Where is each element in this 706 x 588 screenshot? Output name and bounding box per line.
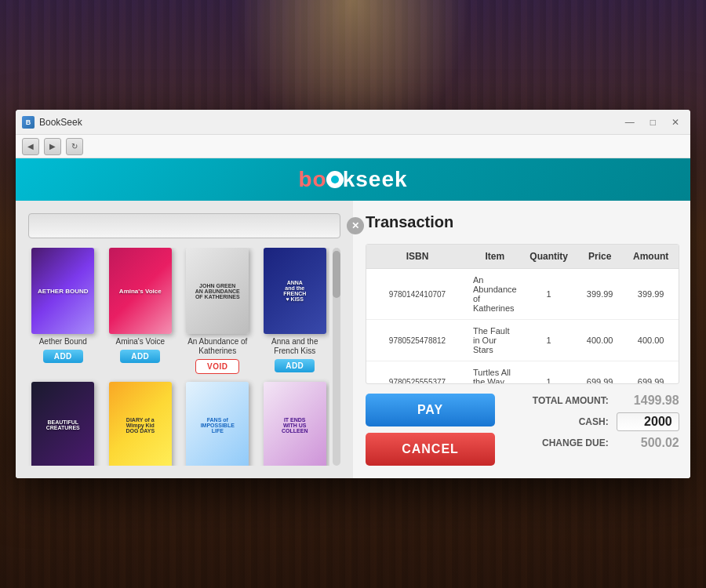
add-aether-bound-button[interactable]: ADD (43, 350, 83, 363)
main-content: ✕ AETHER BOUND Aether Bound ADD Amina's … (16, 201, 690, 478)
cell-price-0: 399.99 (577, 269, 624, 319)
list-item: AETHER BOUND Aether Bound ADD (28, 248, 98, 374)
scroll-track[interactable] (333, 248, 340, 466)
brand-book: bo (298, 167, 326, 191)
back-button[interactable]: ◀ (22, 138, 39, 155)
book-browser-panel: ✕ AETHER BOUND Aether Bound ADD Amina's … (16, 201, 353, 478)
list-item: Amina's Voice Amina's Voice ADD (106, 248, 176, 374)
cancel-button[interactable]: CANCEL (366, 433, 495, 466)
brand-seek: kseek (343, 167, 408, 191)
cash-input[interactable] (617, 412, 679, 431)
titlebar-left: B BookSeek (22, 116, 82, 129)
transaction-table: ISBN Item Quantity Price Amount 97801424… (366, 244, 679, 384)
book-cover-aminas-voice: Amina's Voice (109, 248, 172, 334)
list-item: IT ENDSWITH USCOLLEEN It Ends With Us AD… (260, 382, 330, 466)
scroll-thumb[interactable] (333, 251, 340, 298)
transaction-panel: Transaction ISBN Item Quantity Price Amo… (353, 201, 690, 478)
cash-label: CASH: (522, 416, 609, 427)
col-header-amount: Amount (624, 245, 679, 268)
cash-row: CASH: (522, 412, 679, 431)
titlebar: B BookSeek — □ ✕ (16, 110, 690, 135)
cell-qty-0: 1 (522, 269, 577, 319)
refresh-button[interactable]: ↻ (66, 138, 83, 155)
table-row: 9780525478812 The Fault in Our Stars 1 4… (366, 320, 679, 361)
list-item: DIARY of aWimpy KidDOG DAYS Diary of a W… (106, 382, 176, 466)
cell-item-1: The Fault in Our Stars (468, 320, 522, 361)
list-item: ANNAand theFRENCH♥ KISS Anna and the Fre… (260, 248, 330, 374)
search-bar: ✕ (28, 213, 340, 238)
list-item: FANS ofIMPOSSIBLELIFE Fans of the Imposs… (183, 382, 253, 466)
payment-buttons: PAY CANCEL (366, 394, 513, 466)
search-input-wrap: ✕ (28, 213, 340, 238)
cell-qty-2: 1 (522, 361, 577, 384)
cell-isbn-1: 9780525478812 (366, 320, 468, 361)
book-cover-an-abundance: JOHN GREENAN ABUNDANCEOF KATHERINES (186, 248, 249, 334)
cell-item-2: Turtles All the Way Down (468, 361, 522, 384)
search-input[interactable] (28, 213, 340, 238)
change-due-value: 500.02 (617, 436, 679, 450)
header-bar: bokseek (16, 158, 690, 201)
total-amount-label: TOTAL AMOUNT: (522, 395, 609, 406)
transaction-title: Transaction (366, 213, 679, 231)
cell-isbn-0: 9780142410707 (366, 269, 468, 319)
cell-amount-2: 699.99 (624, 361, 679, 384)
cell-qty-1: 1 (522, 320, 577, 361)
brand-o-icon (326, 171, 344, 188)
add-anna-french-button[interactable]: ADD (275, 359, 315, 372)
book-title: Aether Bound (39, 337, 87, 347)
list-item: BEAUTIFULCREATURES Beautiful Creatures A… (28, 382, 98, 466)
table-row: 9780142410707 An Abundance of Katherines… (366, 269, 679, 320)
application-window: B BookSeek — □ ✕ ◀ ▶ ↻ bokseek ✕ (16, 110, 690, 478)
app-icon: B (22, 116, 35, 129)
table-header: ISBN Item Quantity Price Amount (366, 245, 679, 269)
change-due-label: CHANGE DUE: (522, 437, 609, 448)
brand-logo: bokseek (298, 167, 407, 192)
book-cover-anna-french: ANNAand theFRENCH♥ KISS (264, 248, 326, 334)
cell-item-0: An Abundance of Katherines (468, 269, 522, 319)
book-title: An Abundance of Katherines (186, 337, 249, 356)
search-clear-button[interactable]: ✕ (347, 217, 364, 234)
list-item: JOHN GREENAN ABUNDANCEOF KATHERINES An A… (183, 248, 253, 374)
change-due-row: CHANGE DUE: 500.02 (522, 436, 679, 450)
book-cover-wimpy-kid: DIARY of aWimpy KidDOG DAYS (109, 382, 172, 466)
navbar: ◀ ▶ ↻ (16, 135, 690, 158)
payment-summary: TOTAL AMOUNT: 1499.98 CASH: CHANGE DUE: … (522, 394, 679, 450)
close-button[interactable]: ✕ (667, 115, 684, 129)
book-cover-fans-impossible: FANS ofIMPOSSIBLELIFE (186, 382, 249, 466)
forward-button[interactable]: ▶ (44, 138, 61, 155)
book-title: Amina's Voice (116, 337, 166, 347)
book-cover-it-ends: IT ENDSWITH USCOLLEEN (264, 382, 326, 466)
pay-button[interactable]: PAY (366, 394, 495, 426)
cell-amount-0: 399.99 (624, 269, 679, 319)
maximize-button[interactable]: □ (646, 115, 661, 129)
col-header-item: Item (468, 245, 522, 268)
total-amount-row: TOTAL AMOUNT: 1499.98 (522, 394, 679, 408)
book-grid: AETHER BOUND Aether Bound ADD Amina's Vo… (28, 248, 329, 466)
cell-price-2: 699.99 (577, 361, 624, 384)
col-header-qty: Quantity (522, 245, 577, 268)
cell-isbn-2: 9780525555377 (366, 361, 468, 384)
titlebar-title: BookSeek (39, 117, 82, 128)
table-row: 9780525555377 Turtles All the Way Down 1… (366, 361, 679, 384)
col-header-price: Price (577, 245, 624, 268)
void-an-abundance-button[interactable]: VOID (195, 359, 239, 374)
payment-section: PAY CANCEL TOTAL AMOUNT: 1499.98 CASH: C… (366, 394, 679, 466)
book-cover-beautiful-creatures: BEAUTIFULCREATURES (31, 382, 94, 466)
book-title: Anna and the French Kiss (264, 337, 326, 356)
book-cover-aether-bound: AETHER BOUND (31, 248, 94, 334)
cell-price-1: 400.00 (577, 320, 624, 361)
total-amount-value: 1499.98 (617, 394, 679, 408)
add-aminas-voice-button[interactable]: ADD (120, 350, 160, 363)
minimize-button[interactable]: — (620, 115, 639, 129)
book-grid-container: AETHER BOUND Aether Bound ADD Amina's Vo… (28, 248, 340, 466)
col-header-isbn: ISBN (366, 245, 468, 268)
titlebar-controls: — □ ✕ (620, 115, 684, 129)
cell-amount-1: 400.00 (624, 320, 679, 361)
